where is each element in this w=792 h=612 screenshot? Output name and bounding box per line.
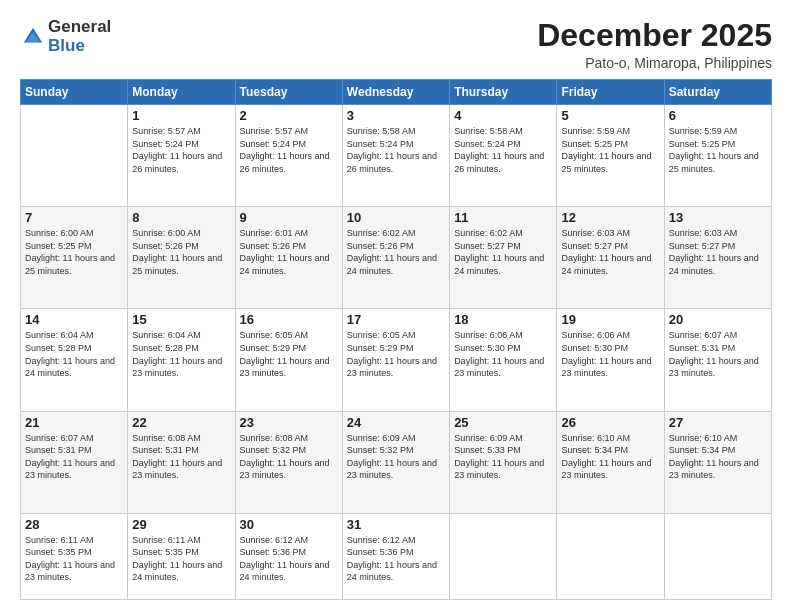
- sunset-text: Sunset: 5:31 PM: [669, 342, 767, 355]
- header-thursday: Thursday: [450, 80, 557, 105]
- day-number: 27: [669, 415, 767, 430]
- sunset-text: Sunset: 5:26 PM: [347, 240, 445, 253]
- daylight-text: Daylight: 11 hours and 23 minutes.: [669, 355, 767, 380]
- daylight-text: Daylight: 11 hours and 23 minutes.: [132, 457, 230, 482]
- sunrise-text: Sunrise: 6:12 AM: [347, 534, 445, 547]
- cell-info: Sunrise: 6:05 AM Sunset: 5:29 PM Dayligh…: [240, 329, 338, 379]
- table-cell: 15 Sunrise: 6:04 AM Sunset: 5:28 PM Dayl…: [128, 309, 235, 411]
- cell-info: Sunrise: 6:12 AM Sunset: 5:36 PM Dayligh…: [347, 534, 445, 584]
- cell-info: Sunrise: 5:57 AM Sunset: 5:24 PM Dayligh…: [132, 125, 230, 175]
- day-number: 26: [561, 415, 659, 430]
- table-cell: 3 Sunrise: 5:58 AM Sunset: 5:24 PM Dayli…: [342, 105, 449, 207]
- cell-info: Sunrise: 5:57 AM Sunset: 5:24 PM Dayligh…: [240, 125, 338, 175]
- sunset-text: Sunset: 5:27 PM: [561, 240, 659, 253]
- daylight-text: Daylight: 11 hours and 24 minutes.: [25, 355, 123, 380]
- sunrise-text: Sunrise: 5:58 AM: [347, 125, 445, 138]
- sunset-text: Sunset: 5:32 PM: [240, 444, 338, 457]
- day-number: 29: [132, 517, 230, 532]
- daylight-text: Daylight: 11 hours and 23 minutes.: [132, 355, 230, 380]
- table-cell: 30 Sunrise: 6:12 AM Sunset: 5:36 PM Dayl…: [235, 513, 342, 599]
- sunset-text: Sunset: 5:36 PM: [347, 546, 445, 559]
- sunrise-text: Sunrise: 6:11 AM: [25, 534, 123, 547]
- sunset-text: Sunset: 5:35 PM: [132, 546, 230, 559]
- cell-info: Sunrise: 6:02 AM Sunset: 5:27 PM Dayligh…: [454, 227, 552, 277]
- table-cell: 16 Sunrise: 6:05 AM Sunset: 5:29 PM Dayl…: [235, 309, 342, 411]
- daylight-text: Daylight: 11 hours and 23 minutes.: [240, 355, 338, 380]
- cell-info: Sunrise: 6:12 AM Sunset: 5:36 PM Dayligh…: [240, 534, 338, 584]
- sunrise-text: Sunrise: 6:03 AM: [561, 227, 659, 240]
- day-number: 23: [240, 415, 338, 430]
- daylight-text: Daylight: 11 hours and 24 minutes.: [240, 252, 338, 277]
- table-cell: [21, 105, 128, 207]
- daylight-text: Daylight: 11 hours and 23 minutes.: [347, 355, 445, 380]
- cell-info: Sunrise: 6:08 AM Sunset: 5:32 PM Dayligh…: [240, 432, 338, 482]
- day-number: 5: [561, 108, 659, 123]
- day-number: 11: [454, 210, 552, 225]
- title-block: December 2025 Pato-o, Mimaropa, Philippi…: [537, 18, 772, 71]
- daylight-text: Daylight: 11 hours and 25 minutes.: [132, 252, 230, 277]
- day-number: 28: [25, 517, 123, 532]
- sunset-text: Sunset: 5:26 PM: [132, 240, 230, 253]
- table-cell: [557, 513, 664, 599]
- day-number: 17: [347, 312, 445, 327]
- cell-info: Sunrise: 6:09 AM Sunset: 5:32 PM Dayligh…: [347, 432, 445, 482]
- day-number: 10: [347, 210, 445, 225]
- sunset-text: Sunset: 5:24 PM: [132, 138, 230, 151]
- day-number: 18: [454, 312, 552, 327]
- day-number: 12: [561, 210, 659, 225]
- daylight-text: Daylight: 11 hours and 25 minutes.: [25, 252, 123, 277]
- table-cell: 25 Sunrise: 6:09 AM Sunset: 5:33 PM Dayl…: [450, 411, 557, 513]
- table-cell: 14 Sunrise: 6:04 AM Sunset: 5:28 PM Dayl…: [21, 309, 128, 411]
- table-cell: 27 Sunrise: 6:10 AM Sunset: 5:34 PM Dayl…: [664, 411, 771, 513]
- sunrise-text: Sunrise: 6:06 AM: [561, 329, 659, 342]
- daylight-text: Daylight: 11 hours and 23 minutes.: [25, 559, 123, 584]
- cell-info: Sunrise: 5:59 AM Sunset: 5:25 PM Dayligh…: [561, 125, 659, 175]
- sunrise-text: Sunrise: 6:07 AM: [669, 329, 767, 342]
- sunset-text: Sunset: 5:28 PM: [132, 342, 230, 355]
- day-number: 2: [240, 108, 338, 123]
- sunset-text: Sunset: 5:31 PM: [25, 444, 123, 457]
- sunrise-text: Sunrise: 6:08 AM: [132, 432, 230, 445]
- weekday-header-row: Sunday Monday Tuesday Wednesday Thursday…: [21, 80, 772, 105]
- table-cell: 4 Sunrise: 5:58 AM Sunset: 5:24 PM Dayli…: [450, 105, 557, 207]
- sunset-text: Sunset: 5:29 PM: [347, 342, 445, 355]
- location: Pato-o, Mimaropa, Philippines: [537, 55, 772, 71]
- sunrise-text: Sunrise: 6:00 AM: [25, 227, 123, 240]
- cell-info: Sunrise: 6:11 AM Sunset: 5:35 PM Dayligh…: [25, 534, 123, 584]
- table-cell: 6 Sunrise: 5:59 AM Sunset: 5:25 PM Dayli…: [664, 105, 771, 207]
- sunrise-text: Sunrise: 6:05 AM: [347, 329, 445, 342]
- cell-info: Sunrise: 6:00 AM Sunset: 5:25 PM Dayligh…: [25, 227, 123, 277]
- day-number: 6: [669, 108, 767, 123]
- day-number: 16: [240, 312, 338, 327]
- day-number: 24: [347, 415, 445, 430]
- sunset-text: Sunset: 5:25 PM: [25, 240, 123, 253]
- day-number: 13: [669, 210, 767, 225]
- week-row-2: 7 Sunrise: 6:00 AM Sunset: 5:25 PM Dayli…: [21, 207, 772, 309]
- sunrise-text: Sunrise: 5:59 AM: [561, 125, 659, 138]
- cell-info: Sunrise: 6:07 AM Sunset: 5:31 PM Dayligh…: [25, 432, 123, 482]
- daylight-text: Daylight: 11 hours and 23 minutes.: [25, 457, 123, 482]
- cell-info: Sunrise: 6:09 AM Sunset: 5:33 PM Dayligh…: [454, 432, 552, 482]
- sunrise-text: Sunrise: 6:00 AM: [132, 227, 230, 240]
- sunset-text: Sunset: 5:35 PM: [25, 546, 123, 559]
- sunrise-text: Sunrise: 6:01 AM: [240, 227, 338, 240]
- cell-info: Sunrise: 6:10 AM Sunset: 5:34 PM Dayligh…: [561, 432, 659, 482]
- table-cell: 21 Sunrise: 6:07 AM Sunset: 5:31 PM Dayl…: [21, 411, 128, 513]
- daylight-text: Daylight: 11 hours and 24 minutes.: [347, 252, 445, 277]
- cell-info: Sunrise: 5:58 AM Sunset: 5:24 PM Dayligh…: [454, 125, 552, 175]
- sunset-text: Sunset: 5:25 PM: [561, 138, 659, 151]
- header-wednesday: Wednesday: [342, 80, 449, 105]
- week-row-4: 21 Sunrise: 6:07 AM Sunset: 5:31 PM Dayl…: [21, 411, 772, 513]
- table-cell: 17 Sunrise: 6:05 AM Sunset: 5:29 PM Dayl…: [342, 309, 449, 411]
- table-cell: 5 Sunrise: 5:59 AM Sunset: 5:25 PM Dayli…: [557, 105, 664, 207]
- sunrise-text: Sunrise: 5:59 AM: [669, 125, 767, 138]
- sunrise-text: Sunrise: 6:09 AM: [454, 432, 552, 445]
- week-row-1: 1 Sunrise: 5:57 AM Sunset: 5:24 PM Dayli…: [21, 105, 772, 207]
- sunset-text: Sunset: 5:32 PM: [347, 444, 445, 457]
- table-cell: 2 Sunrise: 5:57 AM Sunset: 5:24 PM Dayli…: [235, 105, 342, 207]
- daylight-text: Daylight: 11 hours and 25 minutes.: [669, 150, 767, 175]
- month-title: December 2025: [537, 18, 772, 53]
- sunset-text: Sunset: 5:30 PM: [454, 342, 552, 355]
- logo-text: General Blue: [48, 18, 111, 55]
- sunrise-text: Sunrise: 6:04 AM: [132, 329, 230, 342]
